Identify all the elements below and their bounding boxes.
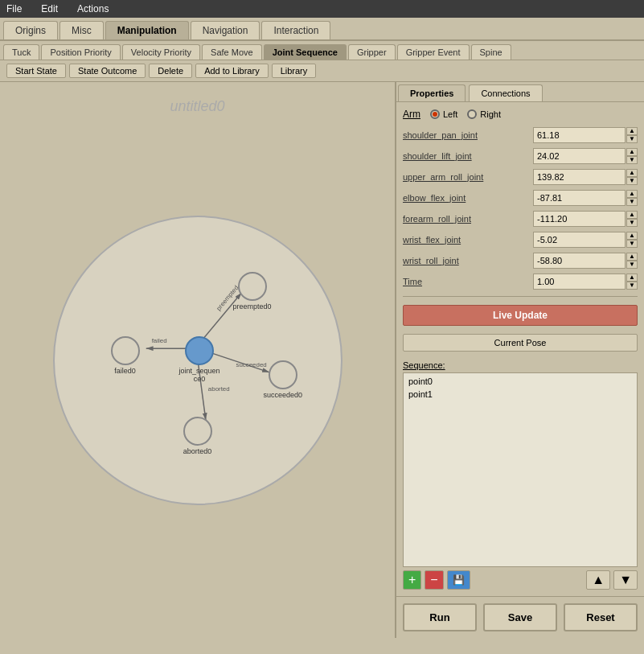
spin-down-2[interactable]: ▼ <box>626 177 638 185</box>
spin-up-1[interactable]: ▲ <box>626 148 638 156</box>
spin-down-5[interactable]: ▼ <box>626 240 638 248</box>
spinbox-4: ▲ ▼ <box>626 211 638 227</box>
radio-left[interactable]: Left <box>430 109 457 119</box>
tab-origins[interactable]: Origins <box>3 21 58 39</box>
prop-tab-properties[interactable]: Properties <box>398 84 466 101</box>
spinbox-6: ▲ ▼ <box>626 253 638 269</box>
spinbox-0: ▲ ▼ <box>626 127 638 143</box>
subtab-position-priority[interactable]: Position Priority <box>41 44 120 60</box>
spin-down-3[interactable]: ▼ <box>626 198 638 206</box>
spin-down-time[interactable]: ▼ <box>626 282 638 290</box>
seq-remove-button[interactable]: − <box>425 570 443 590</box>
seq-up-button[interactable]: ▲ <box>586 570 610 590</box>
tab-manipulation[interactable]: Manipulation <box>105 21 189 39</box>
prop-tab-connections[interactable]: Connections <box>469 84 542 101</box>
canvas-area: untitled0 preempted succeed <box>0 82 395 638</box>
state-outcome-button[interactable]: State Outcome <box>69 64 146 78</box>
arm-label: Arm <box>403 109 420 120</box>
seq-down-button[interactable]: ▼ <box>613 570 638 590</box>
subtab-velocity-priority[interactable]: Velocity Priority <box>122 44 200 60</box>
subtab-tuck[interactable]: Tuck <box>3 44 39 60</box>
joint-row-0: shoulder_pan_joint ▲ ▼ <box>403 127 638 143</box>
spin-down-0[interactable]: ▼ <box>626 135 638 143</box>
node-label-joint-sequence: joint_sequence0 <box>179 367 220 383</box>
sequence-item-1[interactable]: point1 <box>405 388 635 401</box>
joint-input-0[interactable] <box>533 127 626 143</box>
state-machine-circle: preempted succeeded failed aborted joint… <box>53 216 343 505</box>
spin-up-2[interactable]: ▲ <box>626 169 638 177</box>
joint-input-3[interactable] <box>533 190 626 206</box>
start-state-button[interactable]: Start State <box>6 64 66 78</box>
joint-input-5[interactable] <box>533 232 626 248</box>
seq-add-button[interactable]: + <box>403 570 421 590</box>
spinbox-1: ▲ ▼ <box>626 148 638 164</box>
menu-file[interactable]: File <box>3 2 25 16</box>
sequence-list: point0 point1 <box>403 372 638 567</box>
joint-row-4: forearm_roll_joint ▲ ▼ <box>403 211 638 227</box>
tab-interaction[interactable]: Interaction <box>261 21 330 39</box>
menu-edit[interactable]: Edit <box>38 2 61 16</box>
node-joint-sequence[interactable]: joint_sequence0 <box>179 336 220 383</box>
spin-up-5[interactable]: ▲ <box>626 232 638 240</box>
library-button[interactable]: Library <box>272 64 317 78</box>
joint-row-5: wrist_flex_joint ▲ ▼ <box>403 232 638 248</box>
joint-input-6[interactable] <box>533 253 626 269</box>
subtab-spine[interactable]: Spine <box>471 44 511 60</box>
tab-navigation[interactable]: Navigation <box>191 21 260 39</box>
subtab-safe-move[interactable]: Safe Move <box>202 44 262 60</box>
subtab-gripper[interactable]: Gripper <box>348 44 396 60</box>
time-label: Time <box>403 277 507 286</box>
menubar: File Edit Actions <box>0 0 644 18</box>
time-row: Time ▲ ▼ <box>403 274 638 290</box>
radio-right[interactable]: Right <box>467 109 501 119</box>
joint-input-1[interactable] <box>533 148 626 164</box>
divider <box>403 296 638 297</box>
reset-button[interactable]: Reset <box>564 603 638 631</box>
live-update-button[interactable]: Live Update <box>403 305 638 326</box>
radio-dot-right <box>467 109 477 119</box>
tabbar: Origins Misc Manipulation Navigation Int… <box>0 18 644 41</box>
joint-row-3: elbow_flex_joint ▲ ▼ <box>403 190 638 206</box>
save-button[interactable]: Save <box>483 603 557 631</box>
spin-up-4[interactable]: ▲ <box>626 211 638 219</box>
node-aborted[interactable]: aborted0 <box>183 417 212 455</box>
joint-row-6: wrist_roll_joint ▲ ▼ <box>403 253 638 269</box>
properties-panel: Properties Connections Arm Left Right <box>395 82 644 638</box>
spinbox-2: ▲ ▼ <box>626 169 638 185</box>
spin-up-6[interactable]: ▲ <box>626 253 638 261</box>
spin-down-4[interactable]: ▼ <box>626 219 638 227</box>
run-button[interactable]: Run <box>403 603 477 631</box>
seq-btn-group-left: + − 💾 <box>403 570 470 590</box>
node-preempted[interactable]: preempted0 <box>233 272 272 311</box>
delete-button[interactable]: Delete <box>149 64 192 78</box>
spinbox-time: ▲ ▼ <box>626 274 638 290</box>
seq-save-button[interactable]: 💾 <box>447 570 470 590</box>
node-circle-aborted <box>183 417 212 446</box>
spin-down-6[interactable]: ▼ <box>626 261 638 269</box>
svg-text:aborted: aborted <box>207 385 229 392</box>
subtab-joint-sequence[interactable]: Joint Sequence <box>264 44 347 60</box>
spin-down-1[interactable]: ▼ <box>626 156 638 164</box>
node-failed[interactable]: failed0 <box>111 336 140 375</box>
joint-input-4[interactable] <box>533 211 626 227</box>
add-to-library-button[interactable]: Add to Library <box>195 64 268 78</box>
spin-up-3[interactable]: ▲ <box>626 190 638 198</box>
spinbox-3: ▲ ▼ <box>626 190 638 206</box>
node-circle-joint-sequence <box>185 336 214 365</box>
node-label-preempted: preempted0 <box>233 302 272 311</box>
subtab-gripper-event[interactable]: Gripper Event <box>397 44 470 60</box>
menu-actions[interactable]: Actions <box>74 2 112 16</box>
joint-input-wrap-1: ▲ ▼ <box>533 148 638 164</box>
time-input[interactable] <box>533 274 626 290</box>
spin-up-time[interactable]: ▲ <box>626 274 638 282</box>
tab-misc[interactable]: Misc <box>59 21 104 39</box>
spin-up-0[interactable]: ▲ <box>626 127 638 135</box>
node-circle-preempted <box>238 272 267 301</box>
node-label-failed: failed0 <box>114 367 136 375</box>
node-succeeded[interactable]: succeeded0 <box>264 360 303 399</box>
radio-right-label: Right <box>480 109 501 119</box>
sequence-item-0[interactable]: point0 <box>405 375 635 388</box>
node-circle-succeeded <box>269 360 297 389</box>
joint-input-2[interactable] <box>533 169 626 185</box>
current-pose-button[interactable]: Current Pose <box>403 334 638 352</box>
